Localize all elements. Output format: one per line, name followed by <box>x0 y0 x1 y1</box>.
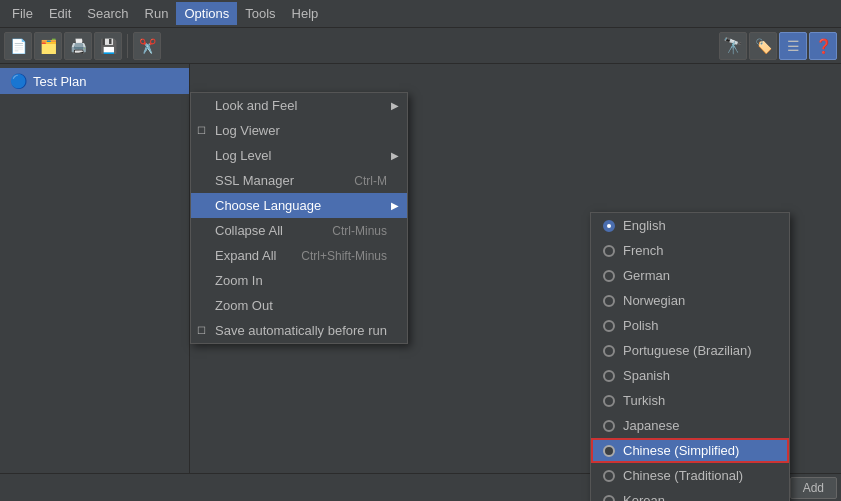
radio-portuguese-br <box>603 345 615 357</box>
menu-log-viewer[interactable]: ☐ Log Viewer <box>191 118 407 143</box>
log-level-label: Log Level <box>215 148 271 163</box>
add-button[interactable]: Add <box>790 477 837 499</box>
radio-chinese-simplified <box>603 445 615 457</box>
lang-norwegian-label: Norwegian <box>623 293 685 308</box>
lang-polish[interactable]: Polish <box>591 313 789 338</box>
menu-expand-all[interactable]: Expand All Ctrl+Shift-Minus <box>191 243 407 268</box>
lang-japanese-label: Japanese <box>623 418 679 433</box>
radio-turkish <box>603 395 615 407</box>
radio-polish <box>603 320 615 332</box>
radio-spanish <box>603 370 615 382</box>
toolbar-binoculars[interactable]: 🔭 <box>719 32 747 60</box>
language-submenu: English French German Norwegian Polish P… <box>590 212 790 501</box>
testplan-icon: 🔵 <box>10 73 27 89</box>
lang-japanese[interactable]: Japanese <box>591 413 789 438</box>
toolbar: 📄 🗂️ 🖨️ 💾 ✂️ 🔭 🏷️ ☰ ❓ <box>0 28 841 64</box>
lang-turkish[interactable]: Turkish <box>591 388 789 413</box>
menu-edit[interactable]: Edit <box>41 2 79 25</box>
collapse-all-label: Collapse All <box>215 223 283 238</box>
lang-french-label: French <box>623 243 663 258</box>
menu-zoom-out[interactable]: Zoom Out <box>191 293 407 318</box>
menu-zoom-in[interactable]: Zoom In <box>191 268 407 293</box>
menubar: File Edit Search Run Options Tools Help <box>0 0 841 28</box>
menu-search[interactable]: Search <box>79 2 136 25</box>
save-auto-label: Save automatically before run <box>215 323 387 338</box>
toolbar-help[interactable]: ❓ <box>809 32 837 60</box>
log-viewer-label: Log Viewer <box>215 123 280 138</box>
lang-polish-label: Polish <box>623 318 658 333</box>
zoom-in-label: Zoom In <box>215 273 263 288</box>
menu-tools[interactable]: Tools <box>237 2 283 25</box>
radio-korean <box>603 495 615 502</box>
lang-norwegian[interactable]: Norwegian <box>591 288 789 313</box>
lang-french[interactable]: French <box>591 238 789 263</box>
lang-english[interactable]: English <box>591 213 789 238</box>
lang-spanish[interactable]: Spanish <box>591 363 789 388</box>
lang-german[interactable]: German <box>591 263 789 288</box>
menu-help[interactable]: Help <box>284 2 327 25</box>
toolbar-print[interactable]: 🖨️ <box>64 32 92 60</box>
lang-chinese-traditional-label: Chinese (Traditional) <box>623 468 743 483</box>
radio-english <box>603 220 615 232</box>
lang-korean-label: Korean <box>623 493 665 501</box>
tree-item-testplan[interactable]: 🔵 Test Plan <box>0 68 189 94</box>
menu-look-and-feel[interactable]: Look and Feel <box>191 93 407 118</box>
lang-german-label: German <box>623 268 670 283</box>
collapse-all-shortcut: Ctrl-Minus <box>312 224 387 238</box>
choose-language-label: Choose Language <box>215 198 321 213</box>
lang-chinese-simplified[interactable]: Chinese (Simplified) <box>591 438 789 463</box>
radio-chinese-traditional <box>603 470 615 482</box>
toolbar-open[interactable]: 🗂️ <box>34 32 62 60</box>
toolbar-cut[interactable]: ✂️ <box>133 32 161 60</box>
lang-portuguese-br-label: Portuguese (Brazilian) <box>623 343 752 358</box>
lang-chinese-simplified-label: Chinese (Simplified) <box>623 443 739 458</box>
expand-all-shortcut: Ctrl+Shift-Minus <box>281 249 387 263</box>
lang-korean[interactable]: Korean <box>591 488 789 501</box>
menu-run[interactable]: Run <box>137 2 177 25</box>
menu-file[interactable]: File <box>4 2 41 25</box>
toolbar-separator-1 <box>127 34 128 58</box>
menu-log-level[interactable]: Log Level <box>191 143 407 168</box>
lang-english-label: English <box>623 218 666 233</box>
look-and-feel-label: Look and Feel <box>215 98 297 113</box>
menu-save-auto[interactable]: ☐ Save automatically before run <box>191 318 407 343</box>
radio-german <box>603 270 615 282</box>
save-auto-checkbox: ☐ <box>197 325 206 336</box>
radio-french <box>603 245 615 257</box>
menu-collapse-all[interactable]: Collapse All Ctrl-Minus <box>191 218 407 243</box>
log-viewer-checkbox: ☐ <box>197 125 206 136</box>
radio-norwegian <box>603 295 615 307</box>
ssl-manager-shortcut: Ctrl-M <box>334 174 387 188</box>
options-dropdown: Look and Feel ☐ Log Viewer Log Level SSL… <box>190 92 408 344</box>
toolbar-new[interactable]: 📄 <box>4 32 32 60</box>
lang-portuguese-br[interactable]: Portuguese (Brazilian) <box>591 338 789 363</box>
left-panel: 🔵 Test Plan <box>0 64 190 473</box>
main-area: 🔵 Test Plan Look and Feel ☐ Log Viewer L… <box>0 64 841 473</box>
zoom-out-label: Zoom Out <box>215 298 273 313</box>
expand-all-label: Expand All <box>215 248 276 263</box>
menu-options[interactable]: Options <box>176 2 237 25</box>
tree-item-label: Test Plan <box>33 74 86 89</box>
radio-japanese <box>603 420 615 432</box>
lang-turkish-label: Turkish <box>623 393 665 408</box>
menu-choose-language[interactable]: Choose Language <box>191 193 407 218</box>
lang-spanish-label: Spanish <box>623 368 670 383</box>
toolbar-list[interactable]: ☰ <box>779 32 807 60</box>
lang-chinese-traditional[interactable]: Chinese (Traditional) <box>591 463 789 488</box>
ssl-manager-label: SSL Manager <box>215 173 294 188</box>
toolbar-save[interactable]: 💾 <box>94 32 122 60</box>
toolbar-tag[interactable]: 🏷️ <box>749 32 777 60</box>
menu-ssl-manager[interactable]: SSL Manager Ctrl-M <box>191 168 407 193</box>
